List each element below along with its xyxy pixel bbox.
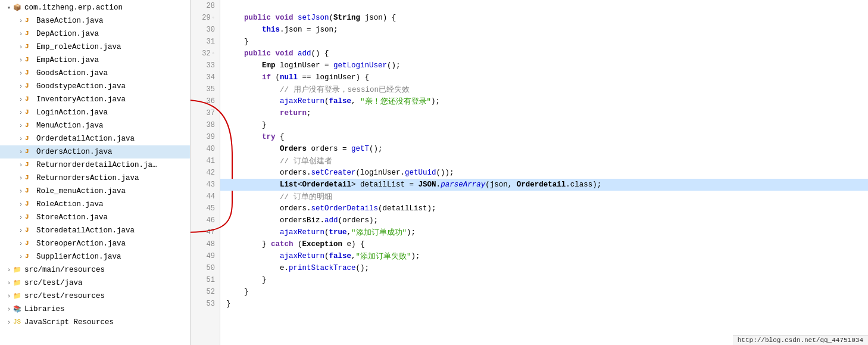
code-line-47: ajaxReturn(true,"添加订单成功"); — [220, 226, 868, 238]
code-line-53: } — [220, 298, 868, 310]
tree-item-StoredetailAction[interactable]: ›JStoredetailAction.java — [0, 224, 190, 237]
file-icon: 📚 — [13, 305, 23, 313]
tree-item-ReturnorderdetailAction[interactable]: ›JReturnorderdetailAction.ja… — [0, 158, 190, 172]
code-line-51: } — [220, 274, 868, 286]
tree-arrow: › — [17, 162, 25, 169]
code-line-37: return; — [220, 107, 868, 119]
file-icon: J — [25, 174, 35, 182]
line-num-53: 53 — [191, 298, 220, 310]
tree-item-src-test-java[interactable]: ›📁src/test/java — [0, 276, 190, 290]
line-num-41: 41 — [191, 155, 220, 167]
code-line-30: this.json = json; — [220, 24, 868, 36]
file-icon: 📦 — [13, 4, 23, 12]
tree-arrow: › — [17, 110, 25, 116]
file-label: StoreoperAction.java — [36, 240, 126, 248]
tree-arrow: › — [17, 18, 25, 24]
file-icon: J — [25, 56, 35, 64]
file-label: Libraries — [24, 305, 65, 313]
tree-item-DepAction[interactable]: ›JDepAction.java — [0, 27, 190, 41]
tree-item-OrdersAction[interactable]: ›JOrdersAction.java — [0, 145, 190, 158]
code-line-44: // 订单的明细 — [220, 191, 868, 203]
tree-arrow: › — [5, 306, 13, 313]
file-icon: 📁 — [13, 292, 23, 300]
line-num-30: 30 — [191, 24, 220, 36]
tree-arrow: ▾ — [5, 4, 13, 11]
file-label: JavaScript Resources — [24, 318, 114, 327]
file-label: LoginAction.java — [36, 108, 108, 117]
code-line-45: orders.setOrderDetails(detailList); — [220, 203, 868, 215]
tree-arrow: › — [17, 241, 25, 247]
code-line-43: List<Orderdetail> detailList = JSON.pars… — [220, 179, 868, 191]
tree-arrow: › — [17, 57, 25, 64]
file-icon: 📁 — [13, 266, 23, 274]
tree-item-SupplierAction[interactable]: ›JSupplierAction.java — [0, 250, 190, 263]
line-num-42: 42 — [191, 167, 220, 179]
code-line-42: orders.setCreater(loginUser.getUuid()); — [220, 167, 868, 179]
line-num-50: 50 — [191, 262, 220, 274]
file-icon: J — [25, 226, 35, 235]
code-line-52: } — [220, 286, 868, 298]
code-editor: 2829◦303132◦3334353637383940414243444546… — [191, 0, 868, 345]
file-icon: J — [25, 161, 35, 169]
tree-item-EmpAction[interactable]: ›JEmpAction.java — [0, 54, 190, 67]
tree-item-Libraries[interactable]: ›📚Libraries — [0, 303, 190, 316]
tree-arrow: › — [5, 280, 13, 287]
file-icon: J — [25, 17, 35, 25]
tree-item-InventoryAction[interactable]: ›JInventoryAction.java — [0, 93, 190, 106]
file-icon: J — [25, 95, 35, 104]
tree-arrow: › — [17, 136, 25, 142]
tree-arrow: › — [17, 44, 25, 51]
status-bar: http://blog.csdn.net/qq_44751034 — [733, 335, 868, 345]
tree-arrow: › — [17, 201, 25, 208]
line-num-52: 52 — [191, 286, 220, 298]
line-num-36: 36 — [191, 95, 220, 107]
tree-item-OrderdetailAction[interactable]: ›JOrderdetailAction.java — [0, 132, 190, 145]
tree-item-BaseAction[interactable]: ›JBaseAction.java — [0, 14, 190, 27]
tree-item-Emp_roleAction[interactable]: ›JEmp_roleAction.java — [0, 41, 190, 54]
tree-item-Role_menuAction[interactable]: ›JRole_menuAction.java — [0, 185, 190, 198]
tree-item-StoreoperAction[interactable]: ›JStoreoperAction.java — [0, 237, 190, 250]
code-line-31: } — [220, 36, 868, 48]
tree-item-src-test-resources[interactable]: ›📁src/test/resources — [0, 290, 190, 303]
tree-item-src-main-resources[interactable]: ›📁src/main/resources — [0, 263, 190, 276]
file-label: BaseAction.java — [36, 17, 104, 25]
tree-item-JavaScriptResources[interactable]: ›JSJavaScript Resources — [0, 316, 190, 329]
file-icon: J — [25, 30, 35, 38]
line-num-49: 49 — [191, 250, 220, 262]
code-line-50: e.printStackTrace(); — [220, 262, 868, 274]
code-line-36: ajaxReturn(false, "亲！您还没有登录"); — [220, 95, 868, 107]
file-label: OrdersAction.java — [36, 148, 113, 156]
tree-item-com-itzheng[interactable]: ▾📦com.itzheng.erp.action — [0, 1, 190, 14]
file-tree[interactable]: ▾📦com.itzheng.erp.action›JBaseAction.jav… — [0, 0, 191, 345]
tree-item-RoleAction[interactable]: ›JRoleAction.java — [0, 198, 190, 211]
tree-item-GoodsAction[interactable]: ›JGoodsAction.java — [0, 67, 190, 80]
tree-item-GoodstypeAction[interactable]: ›JGoodstypeAction.java — [0, 80, 190, 93]
line-num-45: 45 — [191, 203, 220, 215]
file-label: Emp_roleAction.java — [36, 43, 121, 51]
line-num-51: 51 — [191, 274, 220, 286]
file-label: StoreAction.java — [36, 213, 108, 222]
line-num-47: 47 — [191, 226, 220, 238]
tree-arrow: › — [17, 215, 25, 221]
file-icon: J — [25, 253, 35, 261]
tree-arrow: › — [17, 97, 25, 103]
tree-arrow: › — [17, 123, 25, 129]
code-line-48: } catch (Exception e) { — [220, 238, 868, 250]
file-label: StoredetailAction.java — [36, 226, 135, 235]
code-line-32: public void add() { — [220, 48, 868, 60]
file-label: GoodstypeAction.java — [36, 82, 126, 91]
tree-arrow: › — [17, 31, 25, 38]
line-num-31: 31 — [191, 36, 220, 48]
file-icon: J — [25, 69, 35, 77]
tree-arrow: › — [17, 175, 25, 182]
tree-item-LoginAction[interactable]: ›JLoginAction.java — [0, 106, 190, 119]
tree-item-MenuAction[interactable]: ›JMenuAction.java — [0, 119, 190, 132]
code-line-39: try { — [220, 131, 868, 143]
file-label: OrderdetailAction.java — [36, 135, 135, 143]
code-line-38: } — [220, 119, 868, 131]
tree-item-ReturnordersAction[interactable]: ›JReturnordersAction.java — [0, 172, 190, 185]
line-num-44: 44 — [191, 191, 220, 203]
code-line-41: // 订单创建者 — [220, 155, 868, 167]
file-icon: JS — [13, 318, 23, 327]
tree-item-StoreAction[interactable]: ›JStoreAction.java — [0, 211, 190, 224]
